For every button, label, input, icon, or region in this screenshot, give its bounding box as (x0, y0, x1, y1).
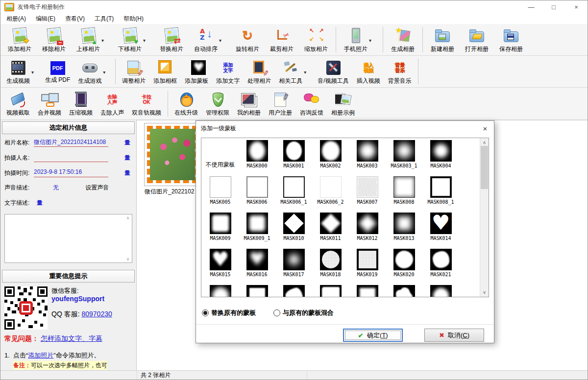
mask-item-m-glow2[interactable] (202, 284, 239, 297)
mask-item-MASK004[interactable]: MASK004 (422, 139, 459, 175)
mask-item-MASK008_1[interactable]: MASK008_1 (422, 175, 459, 212)
mask-item-MASK009[interactable]: MASK009 (202, 212, 239, 248)
photographer-edit-link[interactable]: 量 (124, 154, 130, 162)
mask-item-m-ragged-sq[interactable] (239, 284, 275, 297)
photo-name-edit-link[interactable]: 量 (124, 139, 130, 147)
toolbar-button-online-upgrade[interactable]: 在线升级 (171, 90, 202, 118)
mask-item-MASK006_1[interactable]: MASK006_1 (275, 175, 312, 212)
mask-item-MASK010[interactable]: MASK010 (275, 212, 312, 248)
toolbar-button-feedback[interactable]: 咨询反馈 (296, 90, 327, 118)
close-button[interactable]: × (565, 0, 588, 13)
cancel-button[interactable]: 取消(C) (424, 329, 484, 342)
toolbar-button-move-up-photo[interactable]: 上移相片 (71, 26, 113, 54)
descbox-scroll-up-icon[interactable]: ∧ (125, 215, 131, 220)
toolbar-button-album-examples[interactable]: 相册示例 (327, 90, 359, 118)
mask-scroll-down-icon[interactable]: ∨ (480, 290, 489, 295)
minimize-button[interactable]: — (520, 0, 542, 13)
toolbar-button-remove-photo[interactable]: 移除相片 (37, 26, 71, 54)
shoot-time-edit-link[interactable]: 量 (124, 169, 130, 177)
toolbar-button-add-frame[interactable]: 添加相框 (149, 58, 181, 86)
toolbar-button-user-register[interactable]: 用户注册 (265, 90, 296, 118)
mask-item-MASK005[interactable]: MASK005 (202, 175, 239, 212)
toolbar-button-phone-photo[interactable]: 手机照片 (339, 26, 380, 54)
mask-item-MASK011[interactable]: MASK011 (312, 212, 349, 248)
menu-edit[interactable]: 编辑(E) (31, 13, 60, 24)
mask-item-MASK001[interactable]: MASK001 (275, 139, 312, 175)
toolbar-button-adjust-photo[interactable]: 调整相片 (118, 58, 149, 86)
toolbar-button-video-capture[interactable]: 视频截取 (2, 90, 34, 118)
radio-replace-mask[interactable]: 替换原有的蒙板 (202, 309, 256, 317)
mask-item-MASK016[interactable]: MASK016 (239, 248, 275, 284)
generate-game-dropdown-arrow[interactable] (103, 69, 109, 75)
descbox-scroll-down-icon[interactable]: ∨ (125, 257, 131, 261)
mask-item-MASK019[interactable]: MASK019 (349, 248, 386, 284)
move-up-photo-dropdown-arrow[interactable] (101, 37, 107, 44)
mask-item-MASK015[interactable]: MASK015 (202, 248, 239, 284)
move-down-photo-dropdown-arrow[interactable] (143, 37, 149, 44)
mask-item-MASK012[interactable]: MASK012 (349, 212, 386, 248)
mask-item-m-glow3[interactable] (422, 284, 459, 297)
toolbar-button-add-mask[interactable]: 添加蒙板 (181, 58, 212, 86)
text-desc-edit-link[interactable]: 量 (37, 199, 43, 206)
mask-item-m-splat[interactable] (386, 284, 422, 297)
toolbar-button-dual-track-video[interactable]: 卡拉OK双音轨视频 (128, 90, 165, 118)
radio-blend-mask[interactable]: 与原有的蒙板混合 (273, 309, 334, 317)
mask-item-MASK021[interactable]: MASK021 (422, 248, 459, 284)
toolbar-button-open-album[interactable]: 打开相册 (460, 26, 494, 54)
toolbar-button-auto-sort[interactable]: 自动排序 (189, 26, 230, 54)
mask-item-m-ragged-frame[interactable] (312, 284, 349, 297)
generate-video-dropdown-arrow[interactable] (31, 69, 37, 75)
photographer-input[interactable] (34, 153, 108, 162)
faq-link[interactable]: 怎样添加文字、字幕 (41, 334, 102, 342)
toolbar-button-remove-vocal[interactable]: 去除人声去除人声 (97, 90, 128, 118)
mask-item-m-splatter[interactable] (349, 284, 386, 297)
mask-item-MASK003_1[interactable]: MASK003_1 (386, 139, 422, 175)
photo-thumbnail[interactable] (144, 123, 201, 186)
toolbar-button-av-tools[interactable]: 音/视频工具 (314, 58, 352, 86)
ok-button[interactable]: 确定(T) (343, 329, 403, 342)
toolbar-button-replace-photo[interactable]: 替换相片 (154, 26, 189, 54)
toolbar-button-process-photo[interactable]: 处理相片 (244, 58, 275, 86)
toolbar-button-my-albums[interactable]: 我的相册 (233, 90, 265, 118)
shoot-time-input[interactable]: 2023-9-8 17:50:16 (34, 168, 108, 177)
toolbar-button-zoom-photo[interactable]: 缩放相片 (299, 26, 333, 54)
mask-list-scrollbar[interactable]: ∧ ∨ (480, 138, 489, 297)
menu-album[interactable]: 相册(A) (1, 13, 31, 24)
toolbar-button-compress-video[interactable]: 压缩视频 (65, 90, 97, 118)
mask-item-MASK020[interactable]: MASK020 (386, 248, 422, 284)
phone-photo-dropdown-arrow[interactable] (369, 37, 375, 44)
qq-service-link[interactable]: 80970230 (81, 310, 112, 318)
set-sound-link[interactable]: 设置声音 (85, 184, 109, 191)
mask-item-m-brush[interactable] (275, 284, 312, 297)
mask-item-MASK013[interactable]: MASK013 (386, 212, 422, 248)
maximize-button[interactable]: □ (542, 0, 565, 13)
toolbar-button-generate-video[interactable]: 生成视频 (2, 58, 41, 86)
toolbar-button-background-music[interactable]: 背景音乐背景音乐 (384, 58, 416, 86)
mask-item-MASK008[interactable]: MASK008 (386, 175, 422, 212)
add-photos-link[interactable]: 添加照片 (28, 352, 53, 359)
toolbar-button-insert-video[interactable]: 插入视频插入视频 (353, 58, 384, 86)
mask-item-no-mask[interactable]: 不使用蒙板 (202, 139, 239, 175)
toolbar-button-related-tools[interactable]: 相关工具 (275, 58, 314, 86)
menu-view[interactable]: 查看(V) (60, 13, 90, 24)
toolbar-button-generate-game[interactable]: 生成游戏 (74, 58, 113, 86)
toolbar-button-move-down-photo[interactable]: 下移相片 (113, 26, 154, 54)
photo-name-input[interactable]: 微信图片_20221024114108 (34, 138, 108, 147)
mask-item-MASK006_2[interactable]: MASK006_2 (312, 175, 349, 212)
auto-sort-dropdown-arrow[interactable] (219, 37, 225, 44)
text-description-box[interactable]: ∧ ∨ (4, 214, 132, 263)
mask-item-MASK003[interactable]: MASK003 (349, 139, 386, 175)
dialog-close-button[interactable]: × (476, 121, 494, 136)
toolbar-button-new-album[interactable]: 新建相册 (425, 26, 460, 54)
mask-item-MASK017[interactable]: MASK017 (275, 248, 312, 284)
mask-item-MASK018[interactable]: MASK018 (312, 248, 349, 284)
toolbar-button-save-album[interactable]: 保存相册 (494, 26, 528, 54)
toolbar-button-add-photo[interactable]: 添加相片 (2, 26, 37, 54)
toolbar-button-rotate-photo[interactable]: 旋转相片 (230, 26, 265, 54)
mask-scroll-thumb[interactable] (481, 146, 488, 189)
mask-item-MASK009_1[interactable]: MASK009_1 (239, 212, 275, 248)
toolbar-button-crop-photo[interactable]: 裁剪相片 (265, 26, 299, 54)
mask-item-MASK014[interactable]: MASK014 (422, 212, 459, 248)
toolbar-button-generate-pdf[interactable]: PDF生成 PDF (41, 58, 74, 85)
toolbar-button-merge-video[interactable]: 合并视频 (34, 90, 65, 118)
